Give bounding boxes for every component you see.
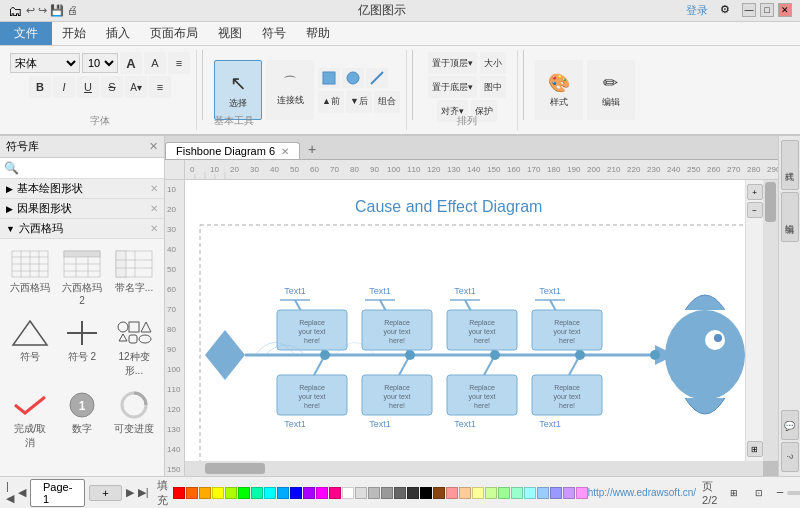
zoom-slider[interactable] [787, 491, 800, 495]
zoom-out-btn[interactable]: − [747, 202, 763, 218]
swatch-teal[interactable] [251, 487, 263, 499]
swatch-cyan[interactable] [264, 487, 276, 499]
bold-button[interactable]: B [29, 76, 51, 98]
section-close-sigma[interactable]: ✕ [150, 223, 158, 234]
align-top-btn[interactable]: 置于顶层▾ [428, 52, 477, 74]
tab-close-btn[interactable]: ✕ [281, 146, 289, 157]
swatch-lteal[interactable] [511, 487, 523, 499]
font-name-select[interactable]: 宋体 [10, 53, 80, 73]
swatch-lblue[interactable] [550, 487, 562, 499]
swatch-lred[interactable] [446, 487, 458, 499]
swatch-lcyan[interactable] [524, 487, 536, 499]
swatch-orange[interactable] [186, 487, 198, 499]
font-color-btn[interactable]: A▾ [125, 76, 147, 98]
active-tab[interactable]: Fishbone Diagram 6 ✕ [165, 142, 300, 159]
rect-shape-btn[interactable] [318, 68, 340, 88]
swatch-purple[interactable] [303, 487, 315, 499]
menu-symbol[interactable]: 符号 [252, 22, 296, 45]
menu-insert[interactable]: 插入 [96, 22, 140, 45]
scrollbar-vertical[interactable] [763, 180, 778, 461]
italic-button[interactable]: I [53, 76, 75, 98]
line-shape-btn[interactable] [366, 68, 388, 88]
strikethrough-button[interactable]: S [101, 76, 123, 98]
align-left-btn[interactable]: ≡ [149, 76, 171, 98]
back-btn[interactable]: ▼后 [346, 91, 372, 113]
menu-pagelayout[interactable]: 页面布局 [140, 22, 208, 45]
redo-icon[interactable]: ↪ [38, 4, 47, 17]
grid-view-btn[interactable]: ⊞ [723, 485, 745, 501]
symbol-hexgrid1[interactable]: 六西格玛 [6, 245, 54, 310]
help-strip-btn[interactable]: ? [781, 442, 799, 472]
zoom-in-btn[interactable]: + [747, 184, 763, 200]
section-close-basic[interactable]: ✕ [150, 183, 158, 194]
swatch-lime[interactable] [225, 487, 237, 499]
fit-page-btn[interactable]: ⊞ [747, 441, 763, 457]
zoom-out-icon[interactable]: − [776, 485, 784, 500]
edit-button[interactable]: ✏ 编辑 [587, 60, 635, 120]
add-tab-btn[interactable]: + [302, 139, 322, 159]
font-decrease-btn[interactable]: A [144, 52, 166, 74]
style-button[interactable]: 🎨 样式 [535, 60, 583, 120]
group-btn[interactable]: 组合 [374, 91, 400, 113]
swatch-brown[interactable] [433, 487, 445, 499]
connect-tool-button[interactable]: ⌒ 连接线 [266, 60, 314, 120]
size-btn[interactable]: 大小 [480, 52, 506, 74]
swatch-lpurple[interactable] [563, 487, 575, 499]
ellipse-shape-btn[interactable] [342, 68, 364, 88]
panel-close-btn[interactable]: ✕ [149, 140, 158, 153]
align-bottom-btn[interactable]: 置于底层▾ [428, 76, 477, 98]
swatch-red[interactable] [173, 487, 185, 499]
underline-button[interactable]: U [77, 76, 99, 98]
symbol-hexgrid3[interactable]: 带名字... [110, 245, 158, 310]
swatch-charcoal[interactable] [407, 487, 419, 499]
swatch-blue[interactable] [290, 487, 302, 499]
swatch-white[interactable] [342, 487, 354, 499]
swatch-lmagenta[interactable] [576, 487, 588, 499]
symbol-shapes12[interactable]: 12种变形... [110, 314, 158, 382]
section-cause-shapes[interactable]: ▶ 因果图形状 ✕ [0, 199, 164, 219]
symbol-number[interactable]: 1 数字 [58, 386, 106, 454]
chat-strip-btn[interactable]: 💬 [781, 410, 799, 440]
menu-file[interactable]: 文件 [0, 22, 52, 45]
panel-search-box[interactable]: 🔍 [0, 158, 164, 179]
swatch-amber[interactable] [199, 487, 211, 499]
swatch-llime[interactable] [485, 487, 497, 499]
swatch-black[interactable] [420, 487, 432, 499]
swatch-lyellow[interactable] [472, 487, 484, 499]
page-nav-next[interactable]: ▶ [126, 486, 134, 499]
scroll-thumb-horizontal[interactable] [205, 463, 265, 474]
search-input[interactable] [22, 162, 160, 174]
front-btn[interactable]: ▲前 [318, 91, 344, 113]
user-login[interactable]: 登录 [686, 3, 708, 18]
close-button[interactable]: ✕ [778, 3, 792, 17]
swatch-green[interactable] [238, 487, 250, 499]
swatch-lsky[interactable] [537, 487, 549, 499]
symbol-cross[interactable]: 符号 2 [58, 314, 106, 382]
page-nav-prev[interactable]: ◀ [18, 486, 26, 499]
edit-strip-btn[interactable]: 编辑 [781, 192, 799, 242]
font-size-select[interactable]: 10 [82, 53, 118, 73]
swatch-darkgray[interactable] [394, 487, 406, 499]
select-tool-button[interactable]: ↖ 选择 [214, 60, 262, 120]
symbol-triangle[interactable]: 符号 [6, 314, 54, 382]
swatch-lorange[interactable] [459, 487, 471, 499]
style-strip-btn[interactable]: 样式 [781, 140, 799, 190]
symbol-checkmark[interactable]: 完成/取消 [6, 386, 54, 454]
swatch-lightgray[interactable] [355, 487, 367, 499]
page-tab-1[interactable]: Page-1 [30, 479, 85, 507]
swatch-pink[interactable] [329, 487, 341, 499]
menu-help[interactable]: 帮助 [296, 22, 340, 45]
section-sigma[interactable]: ▼ 六西格玛 ✕ [0, 219, 164, 239]
menu-start[interactable]: 开始 [52, 22, 96, 45]
swatch-lgreen[interactable] [498, 487, 510, 499]
section-basic-shapes[interactable]: ▶ 基本绘图形状 ✕ [0, 179, 164, 199]
swatch-sky[interactable] [277, 487, 289, 499]
maximize-button[interactable]: □ [760, 3, 774, 17]
swatch-yellow[interactable] [212, 487, 224, 499]
symbol-progress[interactable]: 可变进度 [110, 386, 158, 454]
undo-icon[interactable]: ↩ [26, 4, 35, 17]
section-close-cause[interactable]: ✕ [150, 203, 158, 214]
swatch-silver[interactable] [368, 487, 380, 499]
print-icon[interactable]: 🖨 [67, 4, 78, 17]
settings-icon[interactable]: ⚙ [720, 3, 730, 18]
